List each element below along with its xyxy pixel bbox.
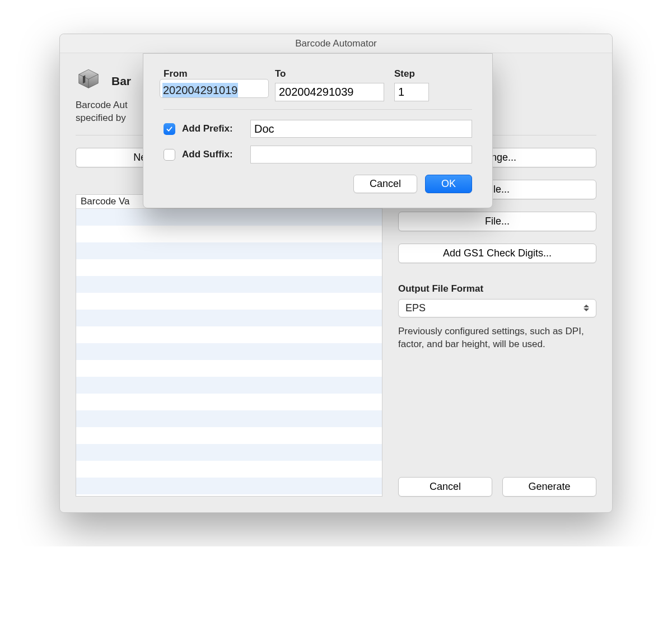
- add-suffix-checkbox[interactable]: [164, 149, 175, 161]
- add-prefix-label: Add Prefix:: [182, 123, 244, 134]
- save-file-button[interactable]: File...: [398, 212, 596, 231]
- add-prefix-checkbox[interactable]: [164, 123, 175, 135]
- modal-cancel-button[interactable]: Cancel: [353, 175, 417, 193]
- window-title: Barcode Automator: [295, 38, 377, 49]
- from-label: From: [164, 68, 265, 80]
- suffix-row: Add Suffix:: [164, 146, 472, 163]
- table-row[interactable]: [76, 293, 382, 310]
- prefix-row: Add Prefix:: [164, 120, 472, 138]
- to-input[interactable]: [275, 83, 384, 101]
- table-row[interactable]: [76, 242, 382, 259]
- check-icon: [166, 125, 173, 133]
- table-row[interactable]: [76, 209, 382, 226]
- bottom-actions: Cancel Generate: [398, 455, 596, 497]
- suffix-input[interactable]: [250, 146, 472, 163]
- barcode-table: Barcode Va Barcode Value: [76, 194, 382, 497]
- table-row[interactable]: [76, 343, 382, 360]
- step-field: Step: [394, 68, 429, 101]
- table-row[interactable]: [76, 360, 382, 377]
- table-row[interactable]: [76, 427, 382, 444]
- cancel-button[interactable]: Cancel: [398, 477, 492, 497]
- table-row[interactable]: [76, 276, 382, 293]
- table-row[interactable]: [76, 326, 382, 343]
- add-gs1-button[interactable]: Add GS1 Check Digits...: [398, 244, 596, 263]
- output-format-value: EPS: [405, 302, 426, 314]
- app-title-visible: Bar: [111, 74, 131, 88]
- box-icon: [76, 66, 101, 91]
- main-window: Barcode Automator Barcode Automator Bar: [59, 34, 613, 513]
- modal-actions: Cancel OK: [164, 175, 472, 193]
- table-row[interactable]: [76, 444, 382, 461]
- from-field: From 202004291019: [164, 68, 265, 101]
- to-label: To: [275, 68, 384, 80]
- to-field: To: [275, 68, 384, 101]
- table-row[interactable]: [76, 461, 382, 478]
- from-input[interactable]: 202004291019: [162, 83, 238, 97]
- chevron-updown-icon: [584, 303, 591, 313]
- modal-ok-button[interactable]: OK: [425, 175, 472, 193]
- range-fields-row: From 202004291019 To Step: [164, 68, 472, 101]
- barcode-table-body[interactable]: [76, 209, 382, 496]
- table-row[interactable]: [76, 394, 382, 410]
- table-row[interactable]: [76, 410, 382, 427]
- table-row[interactable]: [76, 259, 382, 276]
- generate-button[interactable]: Generate: [502, 477, 596, 497]
- table-row[interactable]: [76, 226, 382, 242]
- barcode-table-header-label: Barcode Va: [81, 196, 130, 207]
- step-label: Step: [394, 68, 429, 80]
- range-modal: From 202004291019 To Step Add Prefix:: [143, 53, 493, 208]
- table-row[interactable]: [76, 310, 382, 326]
- step-input[interactable]: [394, 83, 429, 101]
- from-focus-ring: 202004291019: [160, 79, 269, 98]
- modal-divider: [164, 109, 472, 110]
- output-format-select[interactable]: EPS: [398, 299, 596, 317]
- table-row[interactable]: [76, 478, 382, 494]
- output-hint: Previously configured settings, such as …: [398, 325, 596, 351]
- add-suffix-label: Add Suffix:: [182, 149, 244, 160]
- output-format-label: Output File Format: [398, 283, 596, 294]
- window-titlebar[interactable]: Barcode Automator: [60, 34, 612, 53]
- table-row[interactable]: [76, 377, 382, 394]
- prefix-input[interactable]: [250, 120, 472, 138]
